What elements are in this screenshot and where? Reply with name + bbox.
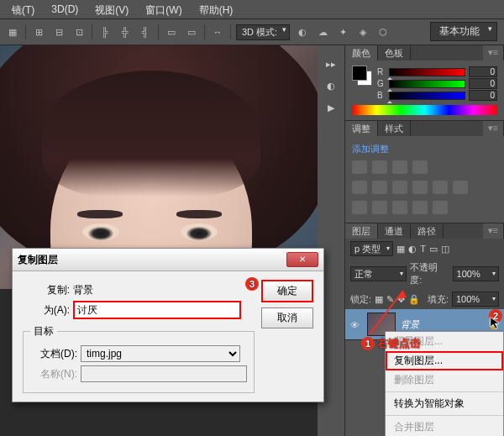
opt-icon-9[interactable]: ↔ (210, 24, 225, 39)
options-bar: ▦ ⊞ ⊟ ⊡ ╠ ╬ ╣ ▭ ▭ ↔ 3D 模式: ◐ ☁ ✦ ◈ ⬡ (0, 19, 504, 45)
ok-button[interactable]: 确定 (261, 280, 313, 302)
tool-play-icon[interactable]: ▶ (321, 97, 341, 118)
3d-icon-4[interactable]: ◈ (355, 24, 370, 39)
target-legend: 目标 (30, 324, 57, 339)
adj-levels-icon[interactable] (372, 160, 387, 174)
name-label: 名称(N): (30, 367, 77, 381)
menu-help[interactable]: 帮助(H) (191, 2, 242, 18)
arrow-annotation (363, 287, 407, 338)
ctx-merge[interactable]: 合并图层 (386, 418, 503, 436)
adj-thresh-icon[interactable] (392, 201, 407, 214)
layer-kind-select[interactable]: p 类型 (350, 241, 393, 256)
opt-icon-3[interactable]: ⊡ (71, 24, 87, 39)
filter-smart-icon[interactable]: ◫ (441, 244, 449, 255)
collapse-icon[interactable]: ▸▸ (321, 54, 341, 74)
panel-menu-icon[interactable]: ▾≡ (483, 45, 504, 60)
tool-history-icon[interactable]: ◐ (321, 76, 341, 96)
3d-icon-2[interactable]: ☁ (315, 24, 330, 39)
filter-shape-icon[interactable]: ▭ (429, 244, 438, 255)
menu-3d[interactable]: 3D(D) (43, 2, 87, 18)
menu-bar: 镜(T) 3D(D) 视图(V) 窗口(W) 帮助(H) (0, 0, 504, 19)
opt-icon-1[interactable]: ⊞ (31, 24, 46, 39)
ctx-duplicate-layer[interactable]: 复制图层... (386, 351, 503, 370)
filter-txt-icon[interactable]: T (420, 244, 426, 254)
g-label: G (377, 79, 386, 88)
3d-mode-select[interactable]: 3D 模式: (236, 24, 290, 40)
b-label: B (377, 91, 386, 100)
adj-curves-icon[interactable] (392, 160, 407, 174)
adj-vibrance-icon[interactable] (352, 181, 367, 194)
panel-menu-icon[interactable]: ▾≡ (483, 121, 504, 136)
g-value[interactable]: 0 (469, 78, 497, 89)
tab-paths[interactable]: 路径 (411, 223, 444, 239)
opacity-value[interactable]: 100% (453, 266, 499, 281)
panel-dock: 颜色 色板 ▾≡ R0 G0 B0 调整 样式 ▾ (345, 45, 504, 436)
r-slider[interactable] (389, 68, 465, 76)
adj-photo-icon[interactable] (412, 181, 428, 194)
lock-all-icon[interactable]: 🔒 (408, 294, 420, 305)
filter-img-icon[interactable]: ▦ (396, 244, 405, 255)
3d-icon-3[interactable]: ✦ (335, 24, 350, 39)
adj-exposure-icon[interactable] (412, 160, 428, 174)
adj-gradmap-icon[interactable] (412, 201, 428, 214)
fill-label: 填充: (428, 293, 449, 306)
fg-bg-swatch[interactable] (352, 66, 372, 86)
adj-lut-icon[interactable] (453, 181, 468, 194)
opt-icon-6[interactable]: ╣ (138, 24, 153, 39)
adj-mixer-icon[interactable] (433, 181, 448, 194)
filter-adj-icon[interactable]: ◐ (408, 244, 417, 255)
annotation-3: 3 (245, 277, 259, 291)
tab-color[interactable]: 颜色 (345, 45, 378, 60)
close-button[interactable]: ✕ (286, 252, 318, 267)
adj-bw-icon[interactable] (392, 181, 407, 194)
fill-value[interactable]: 100% (452, 292, 499, 307)
add-adjustment-link[interactable]: 添加调整 (352, 141, 497, 157)
adj-invert-icon[interactable] (352, 201, 367, 214)
opt-icon-2[interactable]: ⊟ (51, 24, 66, 39)
opt-icon-8[interactable]: ▭ (184, 24, 199, 39)
panel-menu-icon[interactable]: ▾≡ (483, 223, 504, 239)
opt-icon-5[interactable]: ╬ (118, 24, 133, 39)
menu-window[interactable]: 窗口(W) (137, 2, 190, 18)
3d-icon-1[interactable]: ◐ (295, 24, 310, 39)
b-slider[interactable] (389, 92, 465, 100)
r-value[interactable]: 0 (469, 66, 497, 77)
workspace-select[interactable]: 基本功能 (430, 22, 497, 41)
spectrum-bar[interactable] (352, 105, 497, 115)
b-value[interactable]: 0 (469, 90, 497, 101)
opt-icon-7[interactable]: ▭ (164, 24, 179, 39)
tab-adjust[interactable]: 调整 (345, 121, 378, 136)
tab-swatches[interactable]: 色板 (378, 45, 411, 60)
visibility-icon[interactable]: 👁 (350, 320, 362, 328)
duplicate-layer-dialog: 复制图层 ✕ 复制: 背景 为(A): 目标 文档(D): timg.jpg 名… (12, 248, 324, 402)
ctx-delete-layer[interactable]: 删除图层 (386, 370, 503, 390)
r-label: R (377, 67, 386, 76)
tab-channels[interactable]: 通道 (378, 223, 411, 239)
as-input[interactable] (73, 301, 241, 319)
tab-styles[interactable]: 样式 (378, 121, 411, 136)
doc-label: 文档(D): (30, 347, 77, 361)
adj-poster-icon[interactable] (372, 201, 387, 214)
dialog-title: 复制图层 (18, 253, 286, 267)
copy-value: 背景 (73, 283, 93, 297)
ctx-smart-object[interactable]: 转换为智能对象 (386, 394, 503, 413)
menu-filter[interactable]: 镜(T) (3, 2, 43, 18)
doc-select[interactable]: timg.jpg (81, 345, 240, 362)
tab-layers[interactable]: 图层 (345, 223, 378, 239)
3d-icon-5[interactable]: ⬡ (375, 24, 391, 39)
cursor-icon (489, 316, 502, 331)
layer-name[interactable]: 背景 (401, 318, 484, 331)
cancel-button[interactable]: 取消 (261, 307, 313, 328)
opt-icon-4[interactable]: ╠ (97, 24, 113, 39)
annotation-1: 1 右键点击 (361, 336, 421, 351)
blend-mode-select[interactable]: 正常 (350, 266, 407, 281)
adj-selcolor-icon[interactable] (433, 201, 448, 214)
adj-brightness-icon[interactable] (352, 160, 367, 174)
tool-preset-icon[interactable]: ▦ (5, 24, 20, 39)
menu-view[interactable]: 视图(V) (87, 2, 137, 18)
opacity-label: 不透明度: (410, 261, 449, 286)
as-label: 为(A): (23, 303, 70, 318)
adj-hue-icon[interactable] (372, 181, 387, 194)
copy-label: 复制: (23, 283, 70, 297)
g-slider[interactable] (389, 80, 465, 88)
